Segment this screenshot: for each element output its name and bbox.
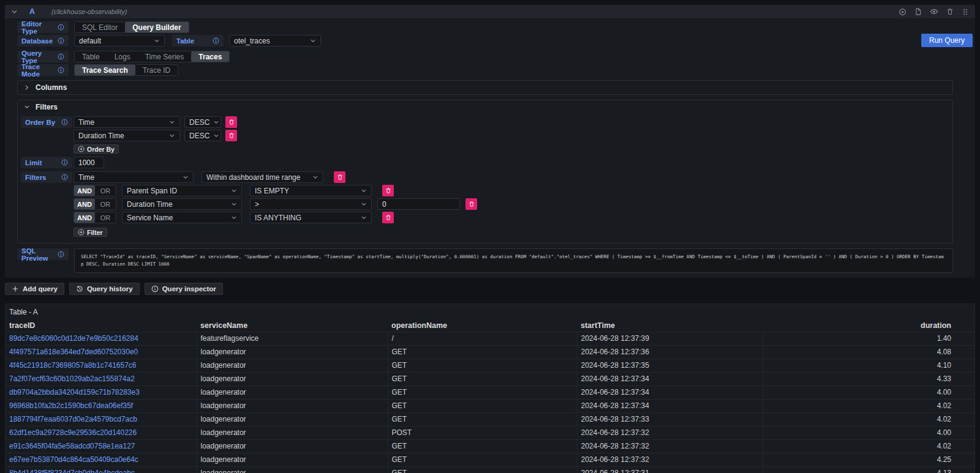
- operation-name-cell: POST: [388, 426, 577, 439]
- order-by-field-select[interactable]: Duration Time: [74, 130, 180, 141]
- logic-or-option[interactable]: OR: [95, 185, 116, 196]
- trace-id-link[interactable]: 4f497571a618e364ed7ded60752030e0: [9, 348, 138, 356]
- trace-mode-label: Trace Mode: [17, 64, 69, 76]
- operation-name-cell: GET: [388, 372, 577, 385]
- editor-type-option-sql-editor[interactable]: SQL Editor: [75, 22, 125, 32]
- table-row: db9704a2bbda34204d159c71b78283e3 loadgen…: [6, 385, 974, 399]
- database-select[interactable]: default: [74, 35, 165, 47]
- filter-condition-select[interactable]: Within dashboard time range: [202, 171, 323, 183]
- trace-id-link[interactable]: e67ee7b53870d4c864ca50409ca0e64c: [9, 455, 138, 464]
- info-icon[interactable]: [58, 251, 64, 258]
- collapse-chevron-icon[interactable]: [11, 9, 18, 15]
- trace-id-link[interactable]: e91c3645f04fa5e58adcd0758e1ea127: [9, 442, 135, 450]
- filter-field-select[interactable]: Duration Time: [122, 198, 242, 210]
- table-row: 7a2f07ecf63c60b1029ab2ac155874a2 loadgen…: [6, 372, 974, 385]
- chevron-down-icon: [310, 38, 316, 44]
- limit-row: Limit: [21, 157, 946, 168]
- query-history-button[interactable]: Query history: [69, 283, 140, 295]
- filters-section-header[interactable]: Filters: [18, 100, 952, 114]
- order-by-field-select[interactable]: Time: [74, 116, 180, 128]
- filter-field-select[interactable]: Parent Span ID: [122, 185, 242, 196]
- trace-id-link[interactable]: db9704a2bbda34204d159c71b78283e3: [9, 388, 140, 397]
- trace-id-link[interactable]: 96968b10fa2b2c1590bc67dea06ef35f: [9, 401, 133, 410]
- chevron-down-icon: [169, 119, 175, 125]
- duration-cell: 4.13: [763, 466, 974, 473]
- trace-id-link[interactable]: 8b4d1438f5f8234d7cb0db4e4bcdeabc: [9, 469, 135, 473]
- query-type-option-logs[interactable]: Logs: [107, 51, 138, 62]
- info-icon[interactable]: [58, 37, 64, 44]
- column-header-traceid[interactable]: traceID: [6, 319, 197, 332]
- limit-input[interactable]: [74, 157, 104, 168]
- remove-order-by-button[interactable]: [225, 130, 237, 141]
- trace-id-link[interactable]: 89dc7e8c6060c0d12de7e9b50c216284: [9, 334, 138, 343]
- add-order-by-button[interactable]: Order By: [74, 144, 119, 154]
- logic-and-option[interactable]: AND: [74, 212, 95, 223]
- plus-circle-icon: [78, 229, 85, 236]
- query-editor-body: Run Query Editor Type SQL Editor Query B…: [5, 18, 975, 278]
- trace-mode-row: Trace Mode Trace Search Trace ID: [17, 64, 953, 76]
- filter-field-select[interactable]: Time: [74, 171, 194, 183]
- logic-and-option[interactable]: AND: [74, 199, 95, 209]
- column-header-servicename[interactable]: serviceName: [197, 319, 388, 332]
- table-row: e67ee7b53870d4c864ca50409ca0e64c loadgen…: [6, 453, 974, 466]
- info-icon[interactable]: [61, 174, 68, 181]
- trace-id-link[interactable]: 7a2f07ecf63c60b1029ab2ac155874a2: [9, 374, 135, 383]
- trash-icon[interactable]: [946, 8, 954, 15]
- trace-id-link[interactable]: 4f45c21918c73698057a8b1c741657c6: [9, 361, 137, 370]
- info-icon[interactable]: [61, 119, 68, 125]
- service-name-cell: featureflagservice: [197, 332, 388, 345]
- info-icon[interactable]: [213, 37, 219, 44]
- add-filter-button[interactable]: Filter: [74, 228, 107, 237]
- column-header-duration[interactable]: duration: [763, 319, 974, 332]
- trace-mode-option-trace-id[interactable]: Trace ID: [135, 65, 178, 75]
- filter-value-input[interactable]: [377, 198, 460, 210]
- logic-operator-group: AND OR: [74, 212, 116, 223]
- filter-operator-select[interactable]: IS ANYTHING: [250, 212, 372, 223]
- query-inspector-button[interactable]: Query inspector: [145, 283, 223, 295]
- circle-dot-icon[interactable]: [899, 8, 907, 16]
- info-icon[interactable]: [58, 53, 64, 60]
- trace-id-link[interactable]: 62df1ec9a29728c9e29536c20d140226: [9, 428, 137, 437]
- drag-handle-icon[interactable]: [962, 8, 969, 16]
- filter-field-select[interactable]: Service Name: [122, 212, 242, 223]
- run-query-button[interactable]: Run Query: [921, 34, 973, 47]
- trace-id-link[interactable]: 1887794f7eaa6037d0e2a4579bcd7acb: [9, 415, 137, 423]
- filter-operator-select[interactable]: >: [250, 198, 372, 210]
- query-type-option-table[interactable]: Table: [75, 51, 107, 62]
- table-row: 96968b10fa2b2c1590bc67dea06ef35f loadgen…: [6, 399, 974, 412]
- column-header-operationname[interactable]: operationName: [388, 319, 577, 332]
- order-by-direction-select[interactable]: DESC: [184, 130, 221, 141]
- duration-cell: 4.08: [763, 345, 974, 359]
- query-type-option-time-series[interactable]: Time Series: [138, 51, 192, 62]
- remove-filter-button[interactable]: [382, 185, 394, 196]
- eye-icon[interactable]: [930, 7, 938, 16]
- start-time-cell: 2024-06-28 12:37:34: [577, 385, 763, 399]
- info-icon[interactable]: [58, 24, 64, 31]
- duplicate-icon[interactable]: [914, 8, 922, 15]
- logic-and-option[interactable]: AND: [74, 185, 95, 196]
- remove-filter-button[interactable]: [334, 171, 345, 183]
- table-select[interactable]: otel_traces: [229, 35, 321, 47]
- logic-or-option[interactable]: OR: [95, 212, 116, 223]
- query-row-header[interactable]: A (clickhouse-observability): [5, 5, 975, 18]
- start-time-cell: 2024-06-28 12:37:32: [577, 439, 763, 453]
- plus-circle-icon: [78, 146, 85, 152]
- column-header-starttime[interactable]: startTime: [577, 319, 763, 332]
- editor-type-option-query-builder[interactable]: Query Builder: [125, 22, 188, 32]
- remove-order-by-button[interactable]: [225, 116, 237, 128]
- filter-operator-select[interactable]: IS EMPTY: [250, 185, 372, 196]
- remove-filter-button[interactable]: [382, 212, 394, 223]
- logic-or-option[interactable]: OR: [95, 199, 116, 209]
- info-icon[interactable]: [58, 67, 64, 73]
- query-type-option-traces[interactable]: Traces: [191, 51, 229, 62]
- trace-table: traceID serviceName operationName startT…: [6, 319, 974, 473]
- info-icon[interactable]: [61, 159, 68, 166]
- chevron-down-icon: [169, 133, 175, 139]
- columns-section-header[interactable]: Columns: [18, 81, 952, 94]
- add-query-button[interactable]: Add query: [5, 283, 64, 295]
- start-time-cell: 2024-06-28 12:37:35: [577, 359, 763, 372]
- filter-row: AND OR Duration Time >: [21, 198, 946, 210]
- order-by-direction-select[interactable]: DESC: [184, 116, 221, 128]
- trace-mode-option-trace-search[interactable]: Trace Search: [75, 65, 135, 75]
- remove-filter-button[interactable]: [466, 198, 477, 210]
